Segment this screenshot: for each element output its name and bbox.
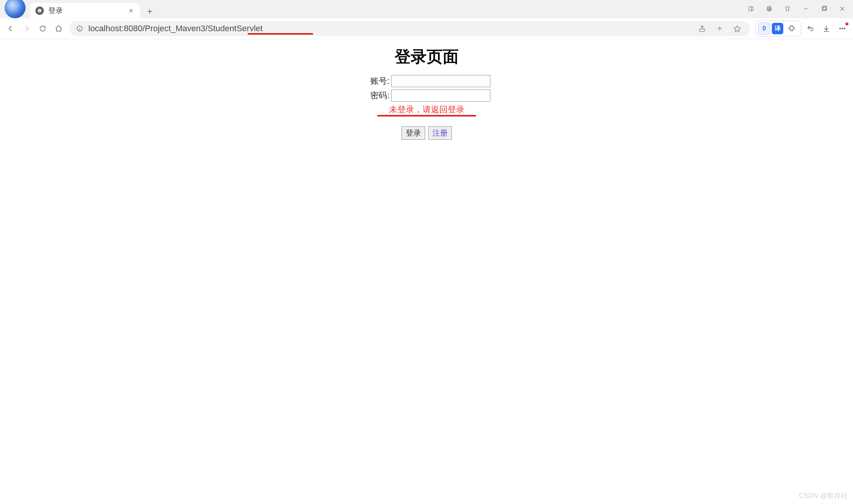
username-row: 账号: [363, 75, 490, 87]
password-row: 密码: [363, 89, 490, 102]
tab-title: 登录 [48, 6, 128, 16]
svg-rect-11 [823, 6, 826, 10]
password-input[interactable] [391, 89, 490, 102]
svg-rect-6 [768, 6, 771, 8]
minimize-icon[interactable] [797, 2, 814, 15]
register-button[interactable]: 注册 [428, 126, 452, 140]
username-label: 账号: [363, 75, 390, 87]
more-menu-icon[interactable] [835, 22, 849, 35]
page-viewport: 登录页面 账号: 密码: 未登录，请返回登录 登录 注册 [0, 39, 853, 140]
svg-point-23 [842, 28, 843, 29]
undo-dropdown-icon[interactable] [803, 22, 817, 35]
bolt-icon[interactable] [713, 22, 727, 35]
browser-tab[interactable]: 登录 [30, 3, 140, 18]
profile-avatar[interactable] [5, 0, 26, 18]
tab-close-icon[interactable] [128, 7, 134, 14]
url-text: localhost:8080/Project_Maven3/StudentSer… [88, 24, 262, 33]
svg-rect-4 [749, 7, 753, 11]
back-button[interactable] [4, 22, 18, 35]
svg-point-24 [844, 28, 845, 29]
error-message: 未登录，请返回登录 [363, 104, 490, 115]
browser-chrome: 登录 localhost:8080/Project_Maven3/Studen [0, 0, 853, 39]
svg-rect-10 [822, 7, 826, 10]
extension-shirt-icon[interactable] [779, 2, 796, 15]
home-button[interactable] [52, 22, 66, 35]
login-form: 账号: 密码: 未登录，请返回登录 登录 注册 [363, 75, 490, 140]
window-controls [743, 2, 851, 15]
svg-marker-19 [734, 26, 741, 32]
download-icon[interactable] [819, 22, 833, 35]
print-icon[interactable] [761, 2, 778, 15]
extensions-puzzle-icon[interactable] [785, 22, 799, 35]
tab-strip: 登录 [0, 0, 853, 18]
site-info-icon[interactable] [75, 24, 84, 33]
bookmark-star-icon[interactable] [730, 22, 744, 35]
watermark: CSDN @暂存社 [799, 491, 848, 500]
page-title: 登录页面 [0, 46, 853, 67]
reload-button[interactable] [36, 22, 50, 35]
address-bar[interactable]: localhost:8080/Project_Maven3/StudentSer… [69, 21, 750, 36]
maximize-icon[interactable] [816, 2, 832, 15]
username-input[interactable] [391, 75, 490, 87]
svg-marker-18 [717, 26, 722, 32]
address-bar-actions [695, 22, 744, 35]
password-label: 密码: [363, 90, 390, 101]
svg-point-22 [840, 28, 841, 29]
extension-zero-icon[interactable]: 0 [758, 22, 770, 35]
login-button[interactable]: 登录 [402, 126, 425, 140]
extension-box: 0 译 [755, 21, 801, 37]
panel-icon[interactable] [743, 2, 759, 15]
share-icon[interactable] [695, 22, 709, 35]
forward-button[interactable] [20, 22, 34, 35]
window-close-icon[interactable] [834, 2, 851, 15]
tab-favicon-icon [35, 6, 44, 15]
login-page: 登录页面 账号: 密码: 未登录，请返回登录 登录 注册 [0, 39, 853, 140]
url-annotation-underline [248, 33, 313, 35]
toolbar: localhost:8080/Project_Maven3/StudentSer… [0, 18, 853, 39]
button-row: 登录 注册 [363, 126, 490, 140]
new-tab-button[interactable] [143, 5, 157, 18]
extension-translate-icon[interactable]: 译 [772, 23, 783, 34]
